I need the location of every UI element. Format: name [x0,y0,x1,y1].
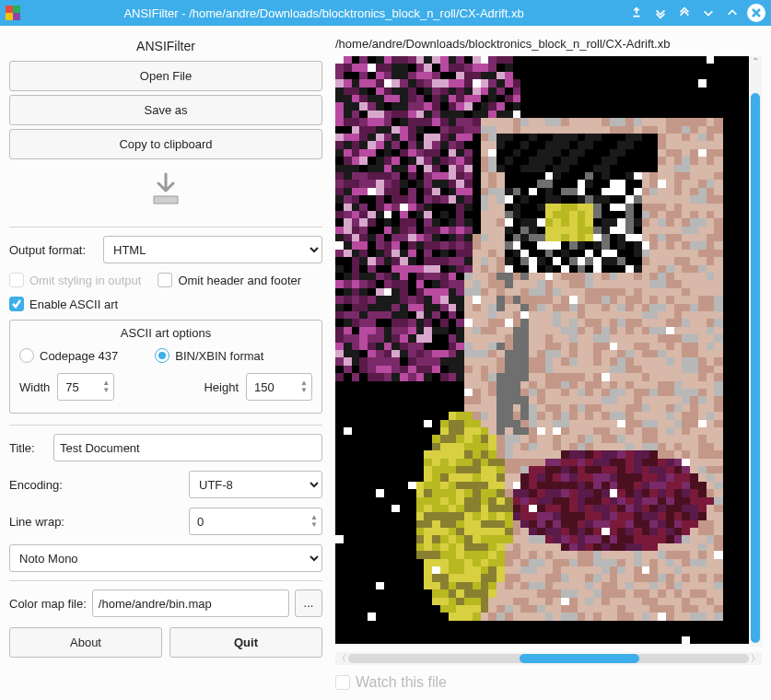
omit-header-checkbox[interactable]: Omit header and footer [158,273,301,287]
panel-heading: ANSIFilter [9,35,322,57]
maximize-icon[interactable] [723,4,742,22]
omit-header-label: Omit header and footer [178,274,301,287]
save-as-button[interactable]: Save as [9,95,322,125]
horizontal-scroll-thumb[interactable] [520,654,639,663]
vertical-scrollbar[interactable]: ⌃ [749,56,762,647]
title-input[interactable] [53,434,322,461]
output-format-label: Output format: [9,243,96,257]
window-title: ANSIFilter - /home/andre/Downloads/block… [26,6,622,20]
omit-styling-checkbox: Omit styling in output [9,273,141,287]
move-up-icon[interactable] [675,4,694,22]
enable-ascii-checkbox[interactable]: Enable ASCII art [9,297,118,311]
bin-xbin-radio[interactable]: BIN/XBIN format [155,348,263,363]
linewrap-label: Line wrap: [9,515,74,529]
output-format-select[interactable]: HTML [103,236,322,263]
encoding-select[interactable]: UTF-8 [189,471,322,498]
omit-styling-label: Omit styling in output [29,274,141,287]
font-select[interactable]: Noto Mono [9,544,322,572]
titlebar: ANSIFilter - /home/andre/Downloads/block… [0,0,771,26]
copy-clipboard-button[interactable]: Copy to clipboard [9,129,322,159]
ascii-group-title: ASCII art options [19,326,312,340]
codepage-437-radio[interactable]: Codepage 437 [19,348,118,363]
codepage-437-label: Codepage 437 [40,349,118,363]
height-label: Height [204,380,239,394]
watch-file-label: Watch this file [356,674,447,691]
vertical-scroll-thumb[interactable] [751,93,760,643]
width-label: Width [19,380,50,394]
colormap-browse-button[interactable]: ... [295,589,322,617]
close-icon[interactable] [747,4,765,22]
enable-ascii-label: Enable ASCII art [29,298,118,311]
horizontal-scrollbar[interactable]: 〈 〉 [335,652,762,665]
height-spinner[interactable]: 150 ▲▼ [246,373,312,401]
scroll-right-icon[interactable]: 〉 [749,652,762,665]
preview-path: /home/andre/Downloads/blocktronics_block… [335,35,762,52]
minimize-icon[interactable] [699,4,718,22]
preview-panel: /home/andre/Downloads/blocktronics_block… [335,35,762,691]
bin-xbin-label: BIN/XBIN format [175,349,263,363]
app-icon [6,6,20,20]
width-spinner[interactable]: 75 ▲▼ [57,373,114,401]
settings-panel: ANSIFilter Open File Save as Copy to cli… [9,35,322,691]
colormap-input[interactable] [92,589,289,617]
linewrap-spinner[interactable]: 0 ▲▼ [189,508,322,535]
ascii-options-group: ASCII art options Codepage 437 BIN/XBIN … [9,320,322,414]
drop-target-icon[interactable] [9,163,322,221]
watch-file-checkbox: Watch this file [335,674,447,691]
open-file-button[interactable]: Open File [9,61,322,91]
encoding-label: Encoding: [9,478,74,492]
pin-icon[interactable] [627,4,646,22]
scroll-left-icon[interactable]: 〈 [335,652,348,665]
scroll-up-icon[interactable]: ⌃ [749,56,762,69]
move-down-icon[interactable] [651,4,670,22]
quit-button[interactable]: Quit [169,627,322,658]
title-label: Title: [9,441,46,455]
preview-canvas[interactable] [335,56,762,644]
about-button[interactable]: About [9,627,162,658]
colormap-label: Color map file: [9,597,87,611]
